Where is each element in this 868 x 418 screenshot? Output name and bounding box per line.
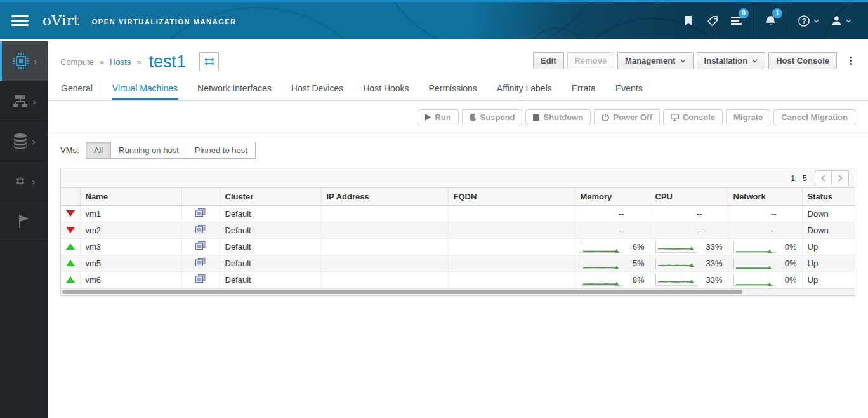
cancel-migration-button[interactable]: Cancel Migration: [773, 109, 855, 125]
host-actions: Edit Remove Management Installation Host…: [533, 47, 855, 69]
gear-icon: [13, 173, 28, 189]
vm-filter-group: All Running on host Pinned to host: [86, 142, 256, 159]
vm-table: Name Cluster IP Address FQDN Memory CPU …: [61, 188, 855, 288]
utilization-percent: 33%: [706, 242, 722, 252]
page-title-host-name: test1: [148, 53, 186, 71]
table-row[interactable]: vm1 Default -- -- -- Down: [61, 206, 855, 222]
utilization-sparkline: [655, 258, 697, 269]
shutdown-button[interactable]: Shutdown: [525, 109, 591, 125]
vm-memory-cell: 5%: [575, 255, 650, 272]
sidebar-item-network[interactable]: ›: [0, 81, 48, 121]
utilization-sparkline: [581, 241, 622, 253]
vm-cpu-cell: 33%: [650, 239, 728, 255]
filter-running-on-host-button[interactable]: Running on host: [110, 142, 187, 159]
tab-general[interactable]: General: [60, 78, 93, 100]
sidebar-item-events[interactable]: [0, 201, 48, 241]
col-cpu[interactable]: CPU: [650, 188, 728, 206]
tab-network-interfaces[interactable]: Network Interfaces: [197, 78, 272, 100]
breadcrumb-hosts-link[interactable]: Hosts: [110, 57, 131, 67]
table-row[interactable]: vm6 Default 8% 33% 0% Up: [61, 272, 855, 288]
sidebar-item-compute[interactable]: ›: [0, 41, 48, 81]
filter-all-button[interactable]: All: [86, 142, 111, 159]
tags-icon[interactable]: [700, 1, 725, 40]
tab-errata[interactable]: Errata: [571, 78, 596, 100]
menu-hamburger-icon[interactable]: [11, 13, 29, 29]
prev-page-button[interactable]: [815, 170, 832, 185]
kebab-menu-icon[interactable]: [846, 54, 855, 67]
col-cluster[interactable]: Cluster: [220, 188, 321, 206]
tab-host-devices[interactable]: Host Devices: [291, 78, 344, 100]
vm-network-cell: 0%: [728, 255, 802, 272]
power-off-button[interactable]: Power Off: [594, 109, 659, 125]
chevron-right-icon: ›: [32, 137, 36, 146]
tab-affinity-labels[interactable]: Affinity Labels: [496, 78, 553, 100]
next-page-button[interactable]: [832, 170, 849, 185]
table-header-row: Name Cluster IP Address FQDN Memory CPU …: [61, 188, 855, 206]
vm-name: vm6: [80, 272, 181, 288]
brand: oVirt OPEN VIRTUALIZATION MANAGER: [43, 13, 237, 28]
chevron-right-icon: ›: [33, 97, 36, 106]
vm-ip: [321, 222, 448, 239]
nav-separator: [753, 1, 754, 40]
tab-host-hooks[interactable]: Host Hooks: [362, 78, 409, 100]
user-menu-button[interactable]: [825, 1, 858, 40]
horizontal-scrollbar[interactable]: [61, 288, 855, 295]
bookmarks-icon[interactable]: [676, 1, 700, 40]
masthead: oVirt OPEN VIRTUALIZATION MANAGER 0 1 ?: [0, 0, 868, 39]
vm-fqdn: [448, 255, 575, 272]
table-row[interactable]: vm2 Default -- -- -- Down: [61, 222, 855, 239]
vm-status: Down: [802, 222, 855, 239]
vm-window-icon: [195, 208, 206, 217]
scrollbar-thumb[interactable]: [62, 290, 742, 294]
moon-icon: [470, 114, 477, 121]
host-console-button[interactable]: Host Console: [768, 52, 837, 69]
alerts-bell-icon[interactable]: 1: [758, 1, 782, 40]
brand-subtitle: OPEN VIRTUALIZATION MANAGER: [92, 16, 237, 25]
table-row[interactable]: vm3 Default 6% 33% 0% Up: [61, 239, 855, 255]
suspend-button[interactable]: Suspend: [462, 109, 523, 125]
col-memory[interactable]: Memory: [575, 188, 650, 206]
help-menu-button[interactable]: ?: [792, 1, 825, 40]
utilization-percent: 0%: [785, 275, 797, 285]
col-ip[interactable]: IP Address: [321, 188, 448, 206]
table-row[interactable]: vm5 Default 5% 33% 0% Up: [61, 255, 855, 272]
installation-dropdown-button[interactable]: Installation: [697, 52, 766, 69]
filter-pinned-to-host-button[interactable]: Pinned to host: [187, 142, 256, 159]
vm-cpu-cell: --: [650, 206, 728, 222]
sidebar-item-storage[interactable]: ›: [0, 121, 48, 161]
tasks-icon[interactable]: 0: [725, 1, 749, 40]
vm-window-icon: [195, 258, 206, 267]
vm-status: Up: [802, 255, 855, 272]
vm-memory-cell: 6%: [575, 239, 650, 255]
col-network[interactable]: Network: [728, 188, 802, 206]
col-status[interactable]: Status: [802, 188, 855, 206]
tab-permissions[interactable]: Permissions: [428, 78, 478, 100]
vm-network-cell: --: [728, 206, 802, 222]
tab-events[interactable]: Events: [615, 78, 643, 100]
vm-status: Down: [802, 206, 855, 222]
utilization-sparkline: [733, 258, 775, 269]
edit-button[interactable]: Edit: [533, 52, 564, 69]
utilization-percent: 8%: [633, 275, 645, 285]
vm-ip: [321, 206, 448, 222]
vm-table-body: vm1 Default -- -- -- Down vm2 Default: [61, 206, 855, 288]
sidebar-item-administration[interactable]: ›: [0, 161, 48, 201]
vm-ip: [321, 255, 448, 272]
console-button[interactable]: Console: [663, 109, 723, 125]
utilization-percent: 33%: [706, 275, 722, 285]
col-fqdn[interactable]: FQDN: [448, 188, 575, 206]
migrate-button[interactable]: Migrate: [726, 109, 770, 125]
alerts-badge: 1: [772, 8, 782, 18]
vm-cpu-cell: 33%: [650, 255, 728, 272]
management-dropdown-button[interactable]: Management: [617, 52, 693, 69]
vm-status: Up: [802, 239, 855, 255]
switch-host-button[interactable]: [199, 52, 219, 71]
tab-virtual-machines[interactable]: Virtual Machines: [112, 78, 178, 100]
remove-button: Remove: [567, 52, 615, 69]
vm-ip: [321, 239, 448, 255]
vm-window-icon: [195, 241, 206, 250]
col-name[interactable]: Name: [80, 188, 181, 206]
vm-table-container: 1 - 5 Name Cluster: [60, 168, 855, 296]
utilization-sparkline: [581, 258, 622, 269]
run-button[interactable]: Run: [418, 109, 458, 125]
